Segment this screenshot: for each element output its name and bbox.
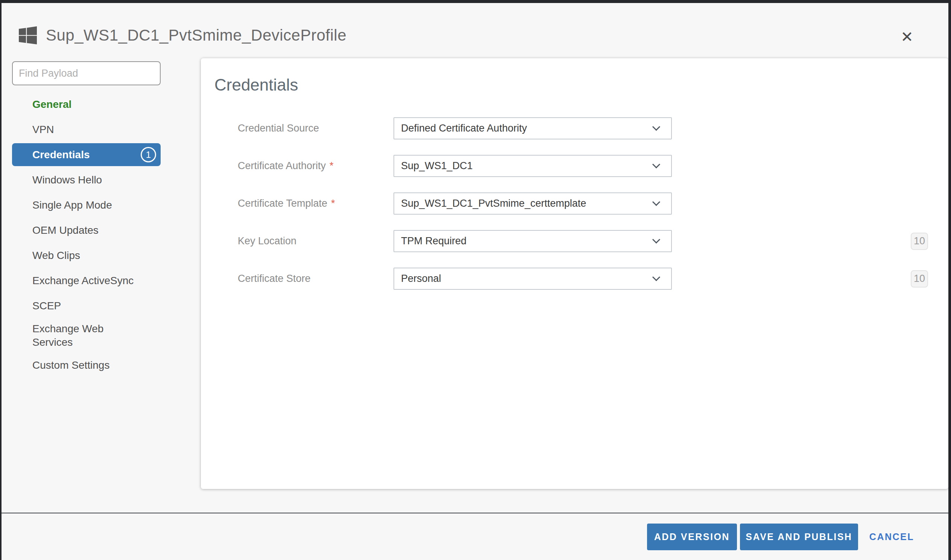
chevron-down-icon (652, 123, 660, 131)
sidebar-item-exchange-web-services[interactable]: Exchange Web Services (12, 318, 161, 353)
certificate-store-label: Certificate Store (238, 273, 384, 285)
certificate-authority-row: Certificate Authority* Sup_WS1_DC1 (201, 155, 948, 177)
certificate-authority-select[interactable]: Sup_WS1_DC1 (394, 155, 672, 177)
sidebar-item-windows-hello[interactable]: Windows Hello (12, 167, 161, 192)
panel-heading: Credentials (215, 75, 298, 94)
find-payload-input[interactable] (12, 61, 161, 85)
sidebar-item-exchange-activesync[interactable]: Exchange ActiveSync (12, 268, 161, 293)
credentials-panel: Credentials Credential Source Defined Ce… (201, 58, 948, 489)
sidebar-item-credentials[interactable]: Credentials 1 (12, 143, 161, 166)
key-location-select[interactable]: TPM Required (394, 230, 672, 252)
dialog-header: Sup_WS1_DC1_PvtSmime_DeviceProfile (19, 26, 346, 45)
credentials-count-badge: 1 (141, 147, 156, 162)
row-counter-badge: 10 (911, 233, 928, 250)
required-asterisk: * (330, 160, 333, 171)
chevron-down-icon (652, 273, 660, 281)
required-asterisk: * (331, 198, 335, 209)
payload-sidebar: General VPN Credentials 1 Windows Hello … (12, 61, 162, 378)
sidebar-item-general[interactable]: General (12, 92, 161, 117)
chevron-down-icon (652, 160, 660, 168)
sidebar-item-scep[interactable]: SCEP (12, 293, 161, 318)
sidebar-item-vpn[interactable]: VPN (12, 117, 161, 142)
save-and-publish-button[interactable]: SAVE AND PUBLISH (740, 523, 858, 550)
credential-source-select[interactable]: Defined Certificate Authority (394, 117, 672, 140)
row-counter-badge: 10 (911, 270, 928, 288)
screen-backdrop: Sup_WS1_DC1_PvtSmime_DeviceProfile ✕ Gen… (0, 0, 951, 560)
key-location-label: Key Location (238, 235, 384, 247)
credential-source-row: Credential Source Defined Certificate Au… (201, 117, 948, 140)
credentials-form: Credential Source Defined Certificate Au… (201, 117, 948, 305)
sidebar-item-web-clips[interactable]: Web Clips (12, 243, 161, 268)
credential-source-label: Credential Source (238, 123, 384, 134)
chevron-down-icon (652, 235, 660, 243)
certificate-template-row: Certificate Template* Sup_WS1_DC1_PvtSmi… (201, 192, 948, 215)
payload-menu: General VPN Credentials 1 Windows Hello … (12, 92, 161, 378)
certificate-store-select[interactable]: Personal (394, 268, 672, 290)
chevron-down-icon (652, 198, 660, 206)
close-icon[interactable]: ✕ (898, 28, 916, 46)
profile-dialog: Sup_WS1_DC1_PvtSmime_DeviceProfile ✕ Gen… (2, 3, 948, 560)
key-location-row: Key Location TPM Required 10 (201, 230, 948, 252)
dialog-title: Sup_WS1_DC1_PvtSmime_DeviceProfile (46, 26, 346, 45)
cancel-button[interactable]: CANCEL (869, 531, 914, 542)
sidebar-item-custom-settings[interactable]: Custom Settings (12, 353, 161, 378)
dialog-footer: ADD VERSION SAVE AND PUBLISH CANCEL (2, 513, 948, 560)
add-version-button[interactable]: ADD VERSION (647, 523, 737, 550)
certificate-store-row: Certificate Store Personal 10 (201, 268, 948, 290)
sidebar-item-single-app-mode[interactable]: Single App Mode (12, 192, 161, 218)
sidebar-item-oem-updates[interactable]: OEM Updates (12, 218, 161, 243)
certificate-template-select[interactable]: Sup_WS1_DC1_PvtSmime_certtemplate (394, 192, 672, 215)
certificate-authority-label: Certificate Authority* (238, 160, 384, 172)
certificate-template-label: Certificate Template* (238, 198, 384, 209)
windows-logo-icon (19, 26, 37, 45)
